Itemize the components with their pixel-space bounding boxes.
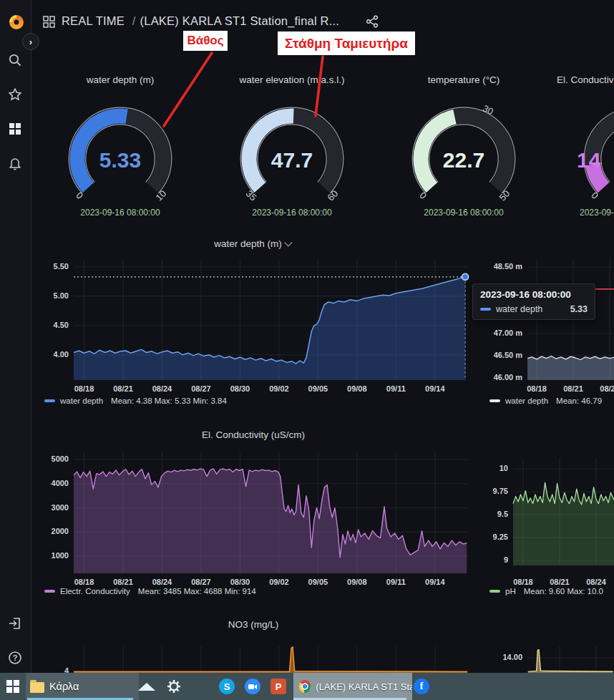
axis-tick-label: 9: [458, 555, 508, 564]
axis-tick-label: 08/24: [591, 384, 614, 393]
panel-title-text: water depth (m): [214, 238, 282, 249]
tooltip-timestamp: 2023-09-16 08:00:00: [480, 289, 588, 300]
panel-title-text: El. Conductivity (uS/cm): [202, 429, 305, 440]
zoom-app-icon[interactable]: [245, 679, 260, 694]
legend-series-name[interactable]: pH: [505, 587, 516, 596]
axis-tick-label: 08/18: [505, 578, 542, 586]
axis-tick-label: 08/24: [143, 384, 180, 393]
facebook-icon[interactable]: f: [414, 679, 429, 694]
dashboard-grid-icon: [43, 16, 55, 28]
tooltip-swatch: [480, 308, 491, 311]
legend-stats: Mean: 3485 Max: 4688 Min: 914: [138, 587, 256, 596]
axis-tick-label: 08/18: [66, 384, 103, 393]
axis-tick-label: 08/18: [518, 384, 555, 393]
chevron-down-icon[interactable]: [284, 238, 292, 246]
annotation-reservoir-level-label: Στάθμη Ταμιευτήρα: [278, 31, 415, 55]
sidebar: ?: [0, 0, 31, 700]
svg-text:?: ?: [13, 653, 18, 662]
windows-logo-icon: [6, 680, 19, 693]
legend-series-name[interactable]: Electr. Conductivity: [60, 587, 130, 596]
sidebar-collapse-button[interactable]: ›: [22, 33, 39, 50]
axis-tick-label: 9.25: [458, 533, 508, 541]
axis-tick-label: 46.00 m: [472, 373, 522, 381]
legend-water-elevation[interactable]: water depth Mean: 46.79: [489, 397, 602, 405]
dashboards-icon[interactable]: [7, 121, 23, 137]
axis-tick-label: 09/14: [416, 384, 454, 393]
taskbar-chrome-button[interactable]: (LAKE) KARLA ST1 Sta...: [293, 673, 412, 700]
taskbar-active-underline: [293, 698, 406, 700]
axis-tick-label: 08/21: [104, 384, 142, 393]
axis-tick-label: 08/30: [221, 578, 258, 586]
axis-tick-label: 10: [458, 464, 508, 472]
legend-swatch: [489, 590, 500, 593]
axis-tick-label: 47.00 m: [472, 329, 522, 337]
legend-swatch: [44, 399, 55, 402]
panel-title-conductivity-chart[interactable]: El. Conductivity (uS/cm): [34, 429, 472, 440]
legend-swatch: [489, 399, 500, 402]
panel-title-water-depth-chart[interactable]: water depth (m): [34, 238, 472, 249]
share-icon[interactable]: [366, 15, 379, 28]
taskbar-active-underline: [27, 698, 133, 700]
start-button[interactable]: [0, 673, 26, 700]
search-icon[interactable]: [7, 52, 23, 68]
axis-tick-label: 14.00: [472, 653, 522, 661]
grafana-logo-icon[interactable]: [7, 13, 26, 31]
tooltip-series-name: water depth: [496, 304, 542, 314]
axis-tick-label: 08/21: [104, 578, 142, 586]
axis-tick-label: 08/18: [66, 578, 103, 586]
legend-ph[interactable]: pH Mean: 9.60 Max: 10.0: [489, 587, 603, 596]
help-icon[interactable]: ?: [7, 650, 23, 666]
axis-tick-label: 09/05: [299, 384, 336, 393]
axis-tick-label: 09/11: [377, 384, 414, 393]
axis-tick-label: 09/11: [377, 578, 414, 586]
chrome-icon: [299, 680, 311, 693]
legend-series-name[interactable]: water depth: [505, 397, 548, 405]
axis-tick-label: 09/02: [260, 578, 298, 586]
annotation-depth-label: Βάθος: [183, 31, 228, 51]
axis-tick-label: 08/24: [578, 578, 614, 586]
tooltip-value: 5.33: [570, 304, 588, 314]
legend-water-depth[interactable]: water depth Mean: 4.38 Max: 5.33 Min: 3.…: [44, 397, 227, 405]
axis-tick-label: 09/14: [416, 578, 454, 586]
axis-tick-label: 09/08: [338, 578, 376, 586]
legend-stats: Mean: 46.79: [556, 397, 602, 405]
panel-title-text: NO3 (mg/L): [228, 619, 279, 630]
axis-tick-label: 09/05: [299, 578, 336, 586]
folder-icon: [30, 682, 44, 693]
color-drop-icon[interactable]: [193, 679, 209, 694]
axis-tick-label: 08/30: [221, 384, 258, 393]
axis-tick-label: 09/08: [338, 384, 376, 393]
starred-icon[interactable]: [7, 87, 23, 102]
axis-tick-label: 08/24: [143, 578, 180, 586]
taskbar: Κάρλα (LAKE) KARLA ST1 Sta...: [0, 673, 614, 700]
axis-tick-label: 09/02: [260, 384, 298, 393]
powerpoint-icon[interactable]: P: [271, 679, 286, 694]
legend-stats: Mean: 4.38 Max: 5.33 Min: 3.84: [111, 397, 227, 405]
panel-title-no3-chart[interactable]: NO3 (mg/L): [34, 619, 472, 630]
sign-in-icon[interactable]: [7, 616, 23, 631]
taskbar-folder-label: Κάρλα: [49, 681, 79, 692]
chart-tooltip: 2023-09-16 08:00:00 water depth 5.33: [472, 283, 595, 320]
skype-icon[interactable]: S: [219, 679, 235, 694]
legend-series-name[interactable]: water depth: [60, 397, 103, 405]
legend-stats: Mean: 9.60 Max: 10.0: [524, 587, 603, 596]
legend-conductivity[interactable]: Electr. Conductivity Mean: 3485 Max: 468…: [44, 587, 256, 596]
axis-tick-label: 9.5: [458, 510, 508, 518]
axis-tick-label: 08/21: [541, 578, 578, 586]
taskbar-folder-button[interactable]: Κάρλα: [26, 673, 139, 700]
axis-tick-label: 9.75: [458, 487, 508, 495]
taskbar-chrome-label: (LAKE) KARLA ST1 Sta...: [316, 681, 412, 692]
alerting-bell-icon[interactable]: [7, 155, 23, 171]
screen: ? › REAL TIME /(LAKE) KARLA ST1 Station_…: [0, 0, 614, 700]
settings-gear-icon[interactable]: [166, 679, 182, 694]
legend-swatch: [44, 590, 55, 593]
axis-tick-label: 08/27: [182, 578, 220, 586]
axis-tick-label: 48.50 m: [472, 262, 522, 271]
axis-tick-label: 46.50 m: [472, 351, 522, 359]
photos-icon[interactable]: [139, 679, 155, 694]
axis-tick-label: 08/21: [555, 384, 592, 393]
axis-tick-label: 08/27: [182, 384, 220, 393]
